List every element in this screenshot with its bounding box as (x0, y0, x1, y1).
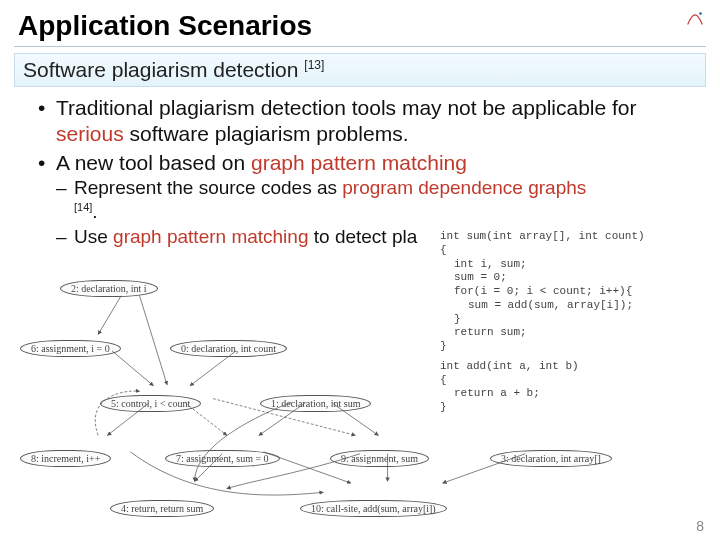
bullet-list: Traditional plagiarism detection tools m… (0, 87, 720, 249)
graph-node-3: 3: declaration, int array[] (490, 450, 612, 467)
slide-number: 8 (696, 518, 704, 534)
subtitle-citation: [13] (304, 58, 324, 72)
subtitle-bar: Software plagiarism detection [13] (14, 53, 706, 87)
graph-node-7: 7: assignment, sum = 0 (165, 450, 280, 467)
slide-logo (684, 8, 706, 30)
graph-node-5: 5: control, i < count (100, 395, 201, 412)
svg-point-0 (699, 12, 702, 15)
program-dependence-graph: int sum(int array[], int count) { int i,… (0, 270, 720, 518)
graph-node-4: 4: return, return sum (110, 500, 214, 517)
bullet-1: Traditional plagiarism detection tools m… (38, 95, 692, 148)
graph-node-1: 1: declaration, int sum (260, 395, 371, 412)
graph-node-2: 2: declaration, int i (60, 280, 158, 297)
code-snippet: int sum(int array[], int count) { int i,… (440, 230, 645, 415)
sub-bullet-1: Represent the source codes as program de… (56, 176, 692, 224)
graph-node-8: 8: increment, i++ (20, 450, 111, 467)
graph-node-0: 0: declaration, int count (170, 340, 287, 357)
graph-node-10: 10: call-site, add(sum, array[i]) (300, 500, 447, 517)
graph-node-6: 6: assignment, i = 0 (20, 340, 121, 357)
subtitle-text: Software plagiarism detection (23, 58, 304, 81)
title-underline (14, 46, 706, 47)
graph-node-9: 9: assignment, sum (330, 450, 429, 467)
slide-title: Application Scenarios (0, 0, 720, 46)
